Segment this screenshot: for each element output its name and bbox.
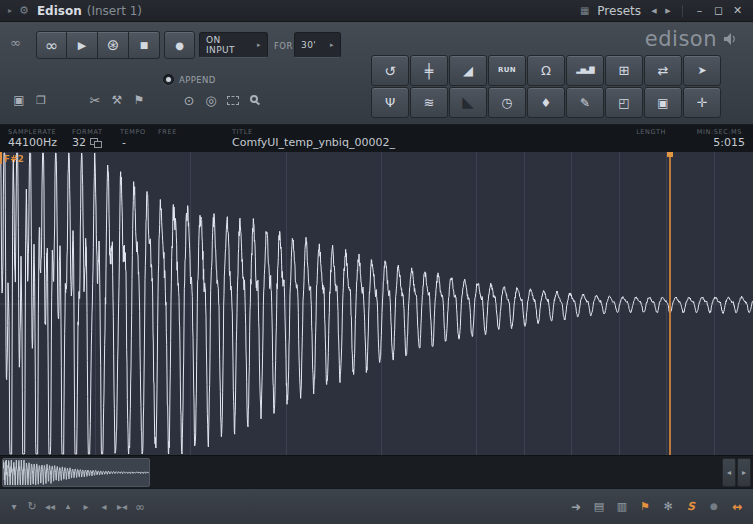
record-button[interactable]: ● <box>164 31 195 59</box>
waveform-panel[interactable]: F#2 <box>0 152 753 455</box>
copy-button[interactable]: ❐ <box>30 88 52 112</box>
zoom-fit-button[interactable]: ✛ <box>683 87 721 118</box>
select-region-button[interactable]: ▸◂ <box>114 497 130 517</box>
link-icon[interactable]: ∞ <box>10 35 21 50</box>
edison-window: ▸ ⚙ Edison (Insert 1) ▦ Presets ◀ ▶ – ◻ … <box>0 0 753 524</box>
normalize-button[interactable]: ╪ <box>410 55 448 86</box>
smooth-button[interactable]: ✎ <box>566 87 604 118</box>
send-to-playlist-button[interactable]: ➜ <box>568 497 584 517</box>
fade-out-icon: ◣ <box>462 95 474 110</box>
scroll-right-button[interactable]: ▸ <box>737 458 751 487</box>
insert-button[interactable]: ⊞ <box>605 55 643 86</box>
zoom-button[interactable] <box>244 88 266 112</box>
stop-button[interactable]: ■ <box>129 31 160 59</box>
save-sample-button[interactable]: ▣ <box>644 87 682 118</box>
resample-button[interactable]: ⇄ <box>644 55 682 86</box>
menu-grid-icon[interactable]: ▦ <box>580 5 589 16</box>
play-cursor-icon: ▸ <box>83 502 88 512</box>
title-value[interactable]: ComfyUI_temp_ynbiq_00002_ <box>232 136 395 149</box>
slide-button[interactable]: S <box>683 497 699 517</box>
scroll-left-button[interactable]: ◂ <box>722 458 736 487</box>
speaker-icon <box>723 32 737 46</box>
blur-icon: ♦ <box>541 97 552 109</box>
record-icon: ● <box>175 40 184 51</box>
append-radio[interactable]: APPEND <box>163 74 216 85</box>
record-length-dropdown[interactable]: 30' ▸ <box>294 32 341 58</box>
close-button[interactable]: ✕ <box>728 4 747 17</box>
time-stretch-button[interactable]: ◷ <box>488 87 526 118</box>
window-title: Edison <box>37 4 82 18</box>
loop-record-icon: ∞ <box>45 36 58 55</box>
zoom-icon <box>250 95 258 103</box>
preset-next-button[interactable]: ▶ <box>661 7 675 15</box>
freeze-button[interactable]: ✻ <box>660 497 676 517</box>
select-button[interactable] <box>222 88 244 112</box>
maximize-button[interactable]: ◻ <box>709 4 728 17</box>
smooth-icon: ✎ <box>580 97 590 109</box>
step-back-button[interactable]: ◂ <box>96 497 112 517</box>
record-source-dropdown[interactable]: ON INPUT ▸ <box>199 32 268 58</box>
play-icon: ▶ <box>78 39 86 52</box>
horizontal-scrollbar[interactable]: ◂ ▸ <box>0 455 753 488</box>
auto-scroll-button[interactable]: ▾ <box>6 497 22 517</box>
run-script-button[interactable]: RUN <box>488 55 526 86</box>
save-button[interactable]: ▣ <box>8 88 30 112</box>
monitor-button[interactable]: ◎ <box>200 88 222 112</box>
samplerate-label: SAMPLERATE <box>8 128 56 136</box>
preset-prev-button[interactable]: ◀ <box>647 7 661 15</box>
insert-icon: ⊞ <box>619 64 630 77</box>
fade-out-button[interactable]: ◣ <box>449 87 487 118</box>
expand-arrow-icon[interactable]: ▸ <box>8 6 12 15</box>
loop-record-button[interactable]: ∞ <box>36 31 67 59</box>
bottom-left-icons: ▾↻◂◂▴▸◂▸◂∞ <box>6 497 148 517</box>
format-label: FORMAT <box>72 128 103 136</box>
scrollbar-thumb[interactable] <box>2 458 150 487</box>
play-cursor-button[interactable]: ▸ <box>78 497 94 517</box>
plugin-gear-icon[interactable]: ⚙ <box>19 4 29 17</box>
note-label: F#2 <box>4 154 24 164</box>
process-grid-row-2: Ψ≋◣◷♦✎◰▣✛ <box>371 87 721 118</box>
save-icon: ▣ <box>13 93 24 107</box>
paste-mix-button[interactable]: ◰ <box>605 87 643 118</box>
logo-text: edison <box>645 27 717 51</box>
reload-button[interactable]: ↻ <box>24 497 40 517</box>
marker-flag-button[interactable]: ⚑ <box>637 497 653 517</box>
add-marker-button[interactable]: ▴ <box>60 497 76 517</box>
titlebar[interactable]: ▸ ⚙ Edison (Insert 1) ▦ Presets ◀ ▶ – ◻ … <box>0 0 753 22</box>
fade-in-button[interactable]: ◢ <box>449 55 487 86</box>
tempo-label: TEMPO <box>120 128 146 136</box>
copy-icon: ❐ <box>36 94 46 107</box>
waveform-canvas[interactable] <box>0 152 753 455</box>
piano-roll-button[interactable]: ▥ <box>614 497 630 517</box>
record-length-value: 30' <box>301 40 316 50</box>
paste-mix-icon: ◰ <box>618 97 629 109</box>
playlist-rows-button[interactable]: ▤ <box>591 497 607 517</box>
noise-gate-button[interactable]: ● <box>706 497 722 517</box>
tools-button[interactable]: ⚒ <box>106 88 128 112</box>
record-mode-button[interactable]: ⊛ <box>98 31 129 59</box>
playhead-marker[interactable] <box>669 152 671 455</box>
prev-marker-button[interactable]: ◂◂ <box>42 497 58 517</box>
play-button[interactable]: ▶ <box>67 31 98 59</box>
blur-button[interactable]: ♦ <box>527 87 565 118</box>
step-back-icon: ◂ <box>101 502 106 512</box>
articulate-button[interactable]: Ψ <box>371 87 409 118</box>
loop-points-button[interactable]: ↔ <box>729 497 745 517</box>
reverse-button[interactable]: ↺ <box>371 55 409 86</box>
piano-roll-icon: ▥ <box>617 501 627 512</box>
scroll-left-icon: ◂ <box>727 468 731 477</box>
view-button[interactable]: ⊙ <box>178 88 200 112</box>
convolve-button[interactable]: ≋ <box>410 87 448 118</box>
marker-button[interactable]: ⚑ <box>128 88 150 112</box>
length-value: 5:015 <box>713 136 745 149</box>
presets-label[interactable]: Presets <box>597 4 641 18</box>
denoise-button[interactable]: Ω <box>527 55 565 86</box>
edison-logo: edison <box>645 27 737 51</box>
equalize-button[interactable]: ▂▅▃▇ <box>566 55 604 86</box>
cut-button[interactable]: ✂ <box>84 88 106 112</box>
link-button[interactable]: ∞ <box>132 497 148 517</box>
toolbar: ∞ ∞▶⊛■ ● ON INPUT ▸ FOR 30' ▸ APPEND ▣❐✂… <box>0 22 753 125</box>
bottom-right-icons: ➜▤▥⚑✻S●↔ <box>568 497 745 517</box>
minimize-button[interactable]: – <box>690 4 709 17</box>
drag-copy-button[interactable]: ➤ <box>683 55 721 86</box>
